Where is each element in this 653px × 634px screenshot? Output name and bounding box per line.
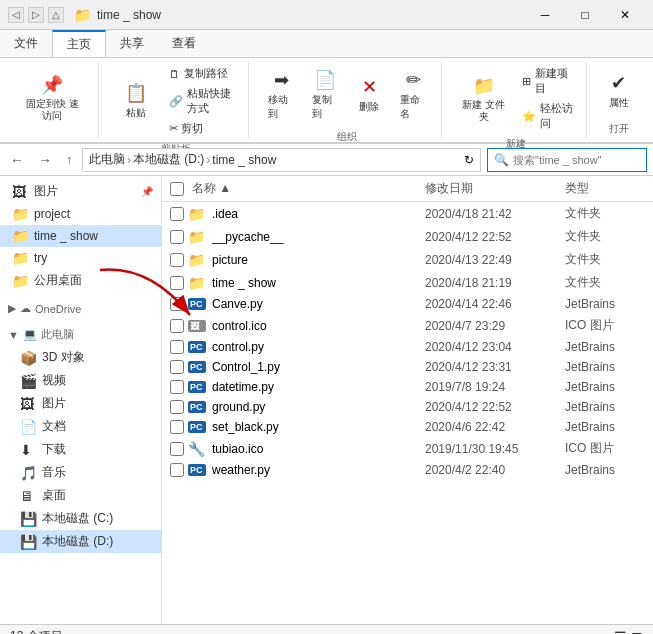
- downloads-icon: ⬇: [20, 442, 38, 458]
- delete-button[interactable]: ✕ 删除: [349, 71, 389, 119]
- sidebar-item-pictures-quick[interactable]: 🖼 图片 📌: [0, 180, 161, 203]
- sidebar-item-project[interactable]: 📁 project: [0, 203, 161, 225]
- timeshow-icon: 📁: [12, 228, 30, 244]
- file-name: 📁 time _ show: [188, 275, 425, 291]
- sidebar-item-downloads[interactable]: ⬇ 下载: [0, 438, 161, 461]
- delete-icon: ✕: [362, 76, 377, 98]
- file-name-text: set_black.py: [212, 420, 279, 434]
- row-checkbox[interactable]: [170, 276, 184, 290]
- table-row[interactable]: 🔧 tubiao.ico 2019/11/30 19:45 ICO 图片: [162, 437, 653, 460]
- copy-small-group: 🗒 复制路径 🔗 粘贴快捷方式 ✂ 剪切: [165, 64, 240, 138]
- thispc-expand-icon: ▼: [8, 329, 19, 341]
- file-name: 📁 __pycache__: [188, 229, 425, 245]
- minimize-button[interactable]: ─: [525, 0, 565, 30]
- row-checkbox[interactable]: [170, 253, 184, 267]
- easy-access-button[interactable]: ⭐ 轻松访问: [518, 99, 578, 133]
- file-name: PC set_black.py: [188, 420, 425, 434]
- back-button[interactable]: ←: [6, 150, 28, 170]
- up-button[interactable]: ↑: [62, 151, 76, 169]
- file-list: 名称 ▲ 修改日期 类型 📁 .idea 2020/4/18 21:42 文件夹…: [162, 176, 653, 624]
- sidebar-item-try[interactable]: 📁 try: [0, 247, 161, 269]
- table-row[interactable]: PC Canve.py 2020/4/14 22:46 JetBrains: [162, 294, 653, 314]
- select-all-checkbox[interactable]: [170, 182, 184, 196]
- search-input[interactable]: [513, 154, 633, 166]
- row-checkbox[interactable]: [170, 400, 184, 414]
- table-row[interactable]: 📁 time _ show 2020/4/18 21:19 文件夹: [162, 271, 653, 294]
- tab-share[interactable]: 共享: [106, 30, 158, 57]
- table-row[interactable]: PC set_black.py 2020/4/6 22:42 JetBrains: [162, 417, 653, 437]
- sidebar-item-pictures[interactable]: 🖼 图片: [0, 392, 161, 415]
- sidebar-item-music[interactable]: 🎵 音乐: [0, 461, 161, 484]
- forward-icon[interactable]: ▷: [28, 7, 44, 23]
- sidebar-item-drive-d[interactable]: 💾 本地磁盘 (D:): [0, 530, 161, 553]
- paste-shortcut-button[interactable]: 🔗 粘贴快捷方式: [165, 84, 240, 118]
- file-type: ICO 图片: [565, 317, 645, 334]
- pin-label: 固定到快 速访问: [21, 98, 83, 122]
- table-row[interactable]: PC datetime.py 2019/7/8 19:24 JetBrains: [162, 377, 653, 397]
- open-group-label: 打开: [609, 120, 629, 136]
- properties-button[interactable]: ✔ 属性: [599, 67, 639, 115]
- col-header-date[interactable]: 修改日期: [425, 180, 565, 197]
- row-checkbox[interactable]: [170, 360, 184, 374]
- address-path[interactable]: 此电脑 › 本地磁盘 (D:) › time _ show ↻: [82, 148, 481, 172]
- row-checkbox[interactable]: [170, 380, 184, 394]
- row-checkbox[interactable]: [170, 297, 184, 311]
- maximize-button[interactable]: □: [565, 0, 605, 30]
- cut-button[interactable]: ✂ 剪切: [165, 119, 240, 138]
- file-date: 2019/7/8 19:24: [425, 380, 565, 394]
- sidebar-item-video[interactable]: 🎬 视频: [0, 369, 161, 392]
- paste-shortcut-icon: 🔗: [169, 95, 183, 108]
- sidebar-item-desktop[interactable]: 🖥 桌面: [0, 484, 161, 507]
- search-box[interactable]: 🔍: [487, 148, 647, 172]
- refresh-button[interactable]: ↻: [464, 153, 474, 167]
- new-item-button[interactable]: ⊞ 新建项目: [518, 64, 578, 98]
- pin-button[interactable]: 📌 固定到快 速访问: [14, 69, 90, 127]
- table-row[interactable]: PC control.py 2020/4/12 23:04 JetBrains: [162, 337, 653, 357]
- py-icon: PC: [188, 361, 206, 373]
- row-checkbox[interactable]: [170, 463, 184, 477]
- table-row[interactable]: PC Control_1.py 2020/4/12 23:31 JetBrain…: [162, 357, 653, 377]
- forward-button[interactable]: →: [34, 150, 56, 170]
- table-row[interactable]: 🖼 control.ico 2020/4/7 23:29 ICO 图片: [162, 314, 653, 337]
- col-header-name[interactable]: 名称 ▲: [188, 180, 425, 197]
- table-row[interactable]: 📁 picture 2020/4/13 22:49 文件夹: [162, 248, 653, 271]
- row-checkbox[interactable]: [170, 340, 184, 354]
- copy-path-button[interactable]: 🗒 复制路径: [165, 64, 240, 83]
- back-icon[interactable]: ◁: [8, 7, 24, 23]
- new-item-icon: ⊞: [522, 75, 531, 88]
- sidebar-item-timeshow[interactable]: 📁 time _ show: [0, 225, 161, 247]
- tab-home[interactable]: 主页: [52, 30, 106, 57]
- file-name-text: picture: [212, 253, 248, 267]
- move-to-button[interactable]: ➡ 移动到: [261, 64, 301, 126]
- copy-to-button[interactable]: 📄 复制到: [305, 64, 345, 126]
- sidebar-item-docs[interactable]: 📄 文档: [0, 415, 161, 438]
- sidebar-section-onedrive[interactable]: ▶ ☁ OneDrive: [0, 298, 161, 319]
- table-row[interactable]: 📁 __pycache__ 2020/4/12 22:52 文件夹: [162, 225, 653, 248]
- up-icon[interactable]: △: [48, 7, 64, 23]
- table-row[interactable]: PC weather.py 2020/4/2 22:40 JetBrains: [162, 460, 653, 480]
- sidebar-item-3dobj[interactable]: 📦 3D 对象: [0, 346, 161, 369]
- row-checkbox[interactable]: [170, 207, 184, 221]
- sidebar-item-label: 本地磁盘 (C:): [42, 510, 113, 527]
- col-header-type[interactable]: 类型: [565, 180, 645, 197]
- table-row[interactable]: PC ground.py 2020/4/12 22:52 JetBrains: [162, 397, 653, 417]
- row-checkbox[interactable]: [170, 319, 184, 333]
- sidebar-item-drive-c[interactable]: 💾 本地磁盘 (C:): [0, 507, 161, 530]
- rename-button[interactable]: ✏ 重命名: [393, 64, 433, 126]
- row-checkbox[interactable]: [170, 230, 184, 244]
- file-type: JetBrains: [565, 380, 645, 394]
- paste-button[interactable]: 📋 粘贴: [111, 77, 161, 125]
- table-row[interactable]: 📁 .idea 2020/4/18 21:42 文件夹: [162, 202, 653, 225]
- tab-file[interactable]: 文件: [0, 30, 52, 57]
- sidebar-item-label: 文档: [42, 418, 66, 435]
- copy-path-icon: 🗒: [169, 68, 180, 80]
- new-folder-button[interactable]: 📁 新建 文件夹: [454, 70, 514, 128]
- row-checkbox[interactable]: [170, 442, 184, 456]
- sidebar-section-thispc[interactable]: ▼ 💻 此电脑: [0, 323, 161, 346]
- tab-view[interactable]: 查看: [158, 30, 210, 57]
- sidebar-item-public-desktop[interactable]: 📁 公用桌面: [0, 269, 161, 292]
- file-date: 2019/11/30 19:45: [425, 442, 565, 456]
- close-button[interactable]: ✕: [605, 0, 645, 30]
- sidebar-item-label: 视频: [42, 372, 66, 389]
- row-checkbox[interactable]: [170, 420, 184, 434]
